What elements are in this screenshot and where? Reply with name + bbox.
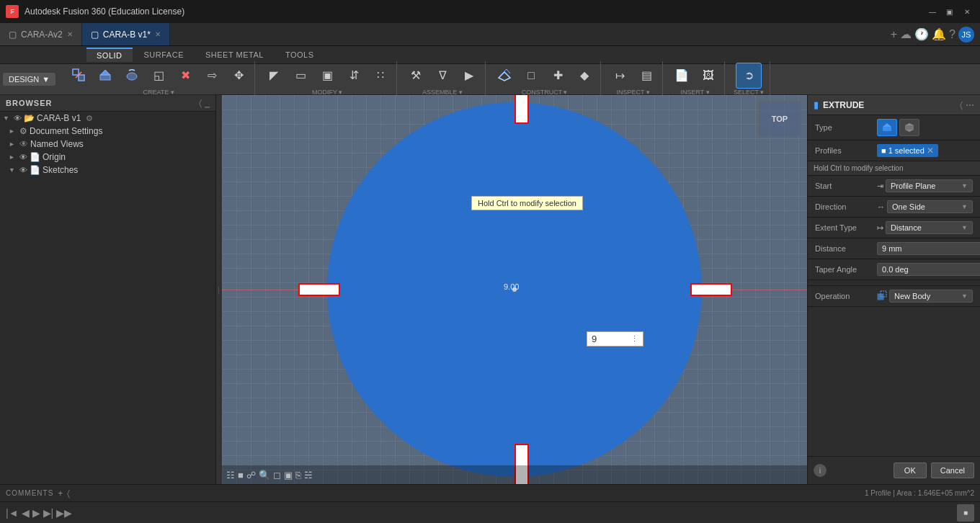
design-button[interactable]: DESIGN ▼	[3, 73, 55, 86]
zoom-button[interactable]: 🔍	[259, 470, 270, 480]
zoom-extents-button[interactable]: ◻	[273, 470, 281, 480]
maximize-button[interactable]: ▣	[943, 4, 957, 19]
tab-tools[interactable]: TOOLS	[275, 48, 324, 61]
navigation-cube[interactable]: TOP	[758, 101, 801, 137]
insert-mesh-button[interactable]: 📄	[669, 63, 695, 89]
select-button[interactable]: ➲	[736, 63, 762, 89]
insert-svg-button[interactable]: 🖼	[695, 63, 721, 89]
sketches-visibility-icon[interactable]: 👁	[19, 166, 27, 174]
notification-icon[interactable]: 🔔	[932, 27, 946, 41]
tab-cara-av2[interactable]: ▢ CARA-Av2 ✕	[0, 23, 82, 45]
tree-item-root[interactable]: ▼ 👁 📂 CARA-B v1 ⚙	[0, 112, 215, 125]
extent-type-icon: ↦	[877, 223, 883, 233]
play-first-button[interactable]: |◄	[6, 507, 19, 519]
distance-input-field[interactable]	[592, 334, 628, 344]
viewport[interactable]: 9.00 ⋮ Hold Ctrl to modify selection TOP…	[222, 95, 807, 484]
close-button[interactable]: ✕	[960, 4, 974, 19]
point-button[interactable]: ◆	[571, 63, 597, 89]
start-value: Profile Plane	[891, 182, 935, 190]
distance-input-container[interactable]: ⋮	[587, 331, 643, 347]
tree-item-origin[interactable]: ► 👁 📄 Origin	[0, 151, 215, 164]
profiles-selected-badge[interactable]: ■ 1 selected ✕	[877, 144, 938, 157]
motion-button[interactable]: ▶	[456, 63, 482, 89]
distance-panel-input[interactable]	[877, 242, 980, 255]
scale-button[interactable]: ⇵	[341, 63, 367, 89]
origin-visibility-icon[interactable]: 👁	[19, 153, 27, 161]
tree-item-named-views[interactable]: ► 👁 Named Views	[0, 138, 215, 151]
fillet-modify-button[interactable]: ◤	[261, 63, 287, 89]
axis-button[interactable]: ✚	[545, 63, 571, 89]
direction-dropdown[interactable]: One Side ▼	[887, 200, 973, 213]
combine-button[interactable]: ▣	[314, 63, 340, 89]
root-visibility-icon[interactable]: 👁	[14, 114, 22, 122]
ok-button[interactable]: OK	[894, 462, 927, 478]
comments-add-button[interactable]: +	[58, 488, 63, 499]
push-pull-button[interactable]: ⇨	[199, 63, 225, 89]
user-icon[interactable]: JS	[958, 27, 974, 43]
fillet-button[interactable]: ◱	[146, 63, 172, 89]
extent-type-dropdown[interactable]: Distance ▼	[886, 221, 973, 234]
orbit-button[interactable]: ☍	[246, 470, 256, 480]
add-tab-button[interactable]: +	[891, 28, 897, 41]
browser-collapse-button[interactable]: 〈	[199, 98, 202, 108]
nav-cube-face[interactable]: TOP	[758, 101, 801, 137]
snap-button[interactable]: ■	[238, 470, 244, 480]
taper-angle-input[interactable]	[877, 263, 980, 276]
sidebar-resize-handle[interactable]: │	[216, 95, 222, 484]
rigid-button[interactable]: ∇	[429, 63, 455, 89]
pattern-button[interactable]: ∷	[368, 63, 393, 89]
play-last-button[interactable]: ▶▶	[56, 507, 72, 519]
midplane-button[interactable]: □	[518, 63, 544, 89]
operation-dropdown[interactable]: New Body ▼	[889, 290, 973, 303]
display-mode-button[interactable]: ▣	[284, 470, 293, 480]
info-button[interactable]: i	[814, 464, 827, 477]
new-component-button[interactable]	[66, 63, 92, 89]
play-next-button[interactable]: ▶|	[43, 507, 54, 519]
start-dropdown[interactable]: Profile Plane ▼	[886, 179, 973, 192]
measure-button[interactable]: ↦	[607, 63, 633, 89]
move-button[interactable]: ✥	[226, 63, 251, 89]
extrude-button[interactable]	[92, 63, 118, 89]
window-controls[interactable]: — ▣ ✕	[925, 4, 974, 19]
tooltip-bar: Hold Ctrl to modify selection	[808, 161, 980, 176]
browser-pin-button[interactable]: ⎯	[205, 98, 210, 108]
tab-surface[interactable]: SURFACE	[134, 48, 194, 61]
minimize-button[interactable]: —	[925, 4, 940, 19]
play-button[interactable]: ▶	[32, 507, 40, 519]
cancel-button[interactable]: Cancel	[931, 462, 974, 478]
input-more-button[interactable]: ⋮	[631, 334, 638, 344]
shell-button[interactable]: ▭	[288, 63, 313, 89]
tab-cara-bv1[interactable]: ▢ CARA-B v1* ✕	[82, 23, 170, 45]
comments-collapse-button[interactable]: 〈	[67, 488, 70, 499]
profiles-clear-button[interactable]: ✕	[927, 146, 934, 156]
cloud-icon[interactable]: ☁	[900, 27, 912, 41]
tab-close-cara-av2[interactable]: ✕	[67, 30, 73, 38]
origin-name: Origin	[43, 152, 66, 162]
timeline-marker[interactable]: ■	[957, 504, 974, 522]
grid-menu-button[interactable]: ☷	[226, 470, 235, 480]
tab-solid[interactable]: SOLID	[86, 48, 133, 62]
root-settings-icon[interactable]: ⚙	[86, 114, 93, 123]
play-prev-button[interactable]: ◀	[22, 507, 30, 519]
offset-plane-button[interactable]	[491, 63, 517, 89]
revolve-button[interactable]	[119, 63, 145, 89]
joint-button[interactable]: ⚒	[403, 63, 429, 89]
tree-item-doc-settings[interactable]: ► ⚙ Document Settings	[0, 125, 215, 138]
tree-item-sketches[interactable]: ▼ 👁 📄 Sketches	[0, 164, 215, 176]
type-button-1[interactable]	[877, 119, 897, 136]
revolve-icon	[125, 68, 139, 84]
help-icon[interactable]: ?	[949, 28, 956, 41]
display-settings-button[interactable]: ▤	[633, 63, 659, 89]
extent-type-value: Distance	[891, 223, 922, 232]
visual-style-button[interactable]: ☵	[304, 470, 313, 480]
panel-more-button[interactable]: ⋯	[966, 100, 974, 110]
delete-button[interactable]: ✖	[172, 63, 198, 89]
grid-toggle-button[interactable]: ⎘	[295, 470, 301, 480]
type-button-2[interactable]	[899, 119, 919, 136]
tab-sheet-metal[interactable]: SHEET METAL	[195, 48, 274, 61]
panel-footer: i OK Cancel	[808, 456, 980, 484]
history-icon[interactable]: 🕐	[914, 27, 929, 41]
panel-expand-button[interactable]: 〈	[960, 100, 963, 110]
tab-close-cara-bv1[interactable]: ✕	[155, 30, 161, 38]
selection-rect-top	[514, 95, 529, 124]
